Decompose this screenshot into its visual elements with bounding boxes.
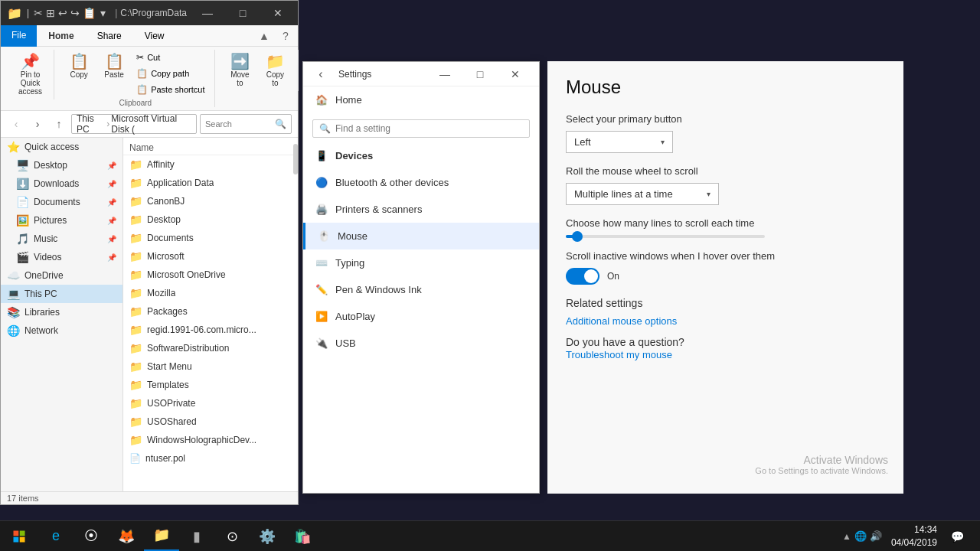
file-item-onedrive[interactable]: 📁 Microsoft OneDrive — [123, 266, 298, 284]
taskbar-edge-icon[interactable]: e — [38, 521, 74, 552]
cut-icon-small[interactable]: ✂ — [34, 7, 43, 19]
copy-icon-small[interactable]: ⊞ — [46, 7, 55, 19]
ribbon-collapse-btn[interactable]: ▲ — [255, 28, 273, 44]
search-icon: 🔍 — [275, 119, 286, 129]
cut-label: Cut — [147, 53, 160, 62]
folder-icon: 📁 — [7, 6, 22, 21]
settings-item-autoplay[interactable]: ▶️ AutoPlay — [303, 303, 539, 330]
settings-close-btn[interactable]: ✕ — [498, 62, 533, 86]
notification-button[interactable]: 💬 — [942, 521, 972, 552]
troubleshoot-link[interactable]: Troubleshoot my mouse — [566, 349, 672, 360]
svg-rect-3 — [20, 536, 25, 542]
paste-button[interactable]: 📋 Paste — [97, 50, 131, 97]
settings-label-usb: USB — [335, 337, 356, 349]
sidebar-item-documents[interactable]: 📄 Documents 📌 — [1, 193, 122, 211]
file-item-templates[interactable]: 📁 Templates — [123, 376, 298, 394]
slider-thumb[interactable] — [572, 231, 583, 242]
settings-search[interactable]: 🔍 — [312, 119, 530, 138]
settings-item-usb[interactable]: 🔌 USB — [303, 330, 539, 357]
volume-tray-icon[interactable]: 🔊 — [870, 530, 882, 542]
file-item-usoprivate[interactable]: 📁 USOPrivate — [123, 394, 298, 412]
settings-back-button[interactable]: ‹ — [309, 63, 332, 86]
taskbar-cortana-icon[interactable]: ⊙ — [214, 521, 250, 552]
slider-track[interactable] — [566, 235, 765, 238]
close-button[interactable]: ✕ — [260, 1, 296, 25]
file-item-affinity[interactable]: 📁 Affinity — [123, 155, 298, 174]
settings-minimize-btn[interactable]: — — [427, 62, 462, 86]
tab-view[interactable]: View — [133, 25, 176, 47]
taskbar-explorer-icon[interactable]: 📁 — [144, 521, 179, 552]
file-item-softwaredist[interactable]: 📁 SoftwareDistribution — [123, 339, 298, 357]
scrollbar[interactable] — [293, 144, 298, 174]
file-item-regid[interactable]: 📁 regid.1991-06.com.micro... — [123, 321, 298, 339]
sidebar-item-music[interactable]: 🎵 Music 📌 — [1, 230, 122, 248]
settings-search-input[interactable] — [335, 123, 523, 134]
properties-icon[interactable]: 📋 — [83, 7, 96, 19]
taskbar-app-icons: e ⦿ 🦊 📁 ▮ ⊙ ⚙️ 🛍️ — [38, 521, 320, 552]
tab-file[interactable]: File — [1, 25, 37, 47]
copy-button[interactable]: 📋 Copy — [62, 50, 96, 97]
file-item-appdata[interactable]: 📁 Application Data — [123, 174, 298, 192]
taskbar-settings-icon[interactable]: ⚙️ — [250, 521, 285, 552]
copy-path-button[interactable]: 📋 Copy path — [132, 66, 208, 81]
network-tray-icon[interactable]: 🌐 — [854, 530, 867, 542]
breadcrumb-bar[interactable]: This PC › Microsoft Virtual Disk ( — [71, 114, 197, 134]
inactive-scroll-toggle[interactable] — [566, 268, 599, 285]
settings-item-bluetooth[interactable]: 🔵 Bluetooth & other devices — [303, 169, 539, 196]
sidebar-item-network[interactable]: 🌐 Network — [1, 321, 122, 340]
move-to-button[interactable]: ➡️ Move to — [223, 50, 256, 91]
settings-home-item[interactable]: 🏠 Home — [303, 86, 539, 113]
search-box[interactable]: 🔍 — [200, 114, 292, 134]
file-item-usoshared[interactable]: 📁 USOShared — [123, 412, 298, 431]
file-item-packages[interactable]: 📁 Packages — [123, 302, 298, 321]
settings-item-mouse[interactable]: 🖱️ Mouse — [303, 223, 539, 249]
file-item-windowsholo[interactable]: 📁 WindowsHolographicDev... — [123, 431, 298, 449]
additional-mouse-options-link[interactable]: Additional mouse options — [566, 315, 885, 327]
settings-item-typing[interactable]: ⌨️ Typing — [303, 249, 539, 276]
taskbar-clock[interactable]: 14:34 04/04/2019 — [891, 523, 937, 549]
file-item-documents[interactable]: 📁 Documents — [123, 229, 298, 247]
cut-button[interactable]: ✂ Cut — [132, 50, 208, 65]
primary-button-dropdown[interactable]: Left ▾ — [566, 131, 673, 153]
taskbar-firefox-icon[interactable]: 🦊 — [109, 521, 144, 552]
file-item-startmenu[interactable]: 📁 Start Menu — [123, 357, 298, 376]
forward-button[interactable]: › — [28, 115, 47, 133]
dropdown-icon[interactable]: ▾ — [100, 7, 106, 19]
file-item-desktop[interactable]: 📁 Desktop — [123, 210, 298, 229]
up-button[interactable]: ↑ — [50, 115, 68, 133]
tab-home[interactable]: Home — [37, 25, 85, 47]
undo-icon[interactable]: ↩ — [58, 7, 67, 19]
maximize-button[interactable]: □ — [225, 1, 260, 25]
sidebar-item-quick-access[interactable]: ⭐ Quick access — [1, 138, 122, 156]
redo-icon[interactable]: ↪ — [70, 7, 80, 19]
system-tray-icons: ▲ 🌐 🔊 — [842, 530, 882, 542]
settings-item-printers[interactable]: 🖨️ Printers & scanners — [303, 196, 539, 223]
settings-maximize-btn[interactable]: □ — [462, 62, 498, 86]
minimize-button[interactable]: — — [190, 1, 225, 25]
tray-arrow-icon[interactable]: ▲ — [842, 531, 851, 542]
paste-shortcut-button[interactable]: 📋 Paste shortcut — [132, 82, 208, 97]
sidebar-item-downloads[interactable]: ⬇️ Downloads 📌 — [1, 174, 122, 193]
taskbar-store-icon[interactable]: 🛍️ — [285, 521, 320, 552]
file-item-mozilla[interactable]: 📁 Mozilla — [123, 284, 298, 302]
taskbar-chrome-icon[interactable]: ⦿ — [74, 521, 109, 552]
sidebar-item-pictures[interactable]: 🖼️ Pictures 📌 — [1, 211, 122, 230]
settings-item-pen[interactable]: ✏️ Pen & Windows Ink — [303, 276, 539, 303]
taskbar-terminal-icon[interactable]: ▮ — [179, 521, 214, 552]
pin-to-quick-access-button[interactable]: 📌 Pin to Quick access — [13, 50, 47, 99]
file-item-microsoft[interactable]: 📁 Microsoft — [123, 247, 298, 266]
sidebar-item-onedrive[interactable]: ☁️ OneDrive — [1, 266, 122, 285]
search-input[interactable] — [205, 119, 275, 129]
sidebar-item-videos[interactable]: 🎬 Videos 📌 — [1, 248, 122, 266]
copy-to-button[interactable]: 📁 Copyto — [258, 50, 292, 91]
file-item-ntuser[interactable]: 📄 ntuser.pol — [123, 449, 298, 468]
start-button[interactable] — [0, 521, 38, 552]
ribbon-help-btn[interactable]: ? — [276, 28, 295, 44]
sidebar-item-desktop[interactable]: 🖥️ Desktop 📌 — [1, 156, 122, 174]
sidebar-item-this-pc[interactable]: 💻 This PC — [1, 285, 122, 303]
scroll-dropdown[interactable]: Multiple lines at a time ▾ — [566, 183, 719, 205]
tab-share[interactable]: Share — [86, 25, 133, 47]
file-item-canonbj[interactable]: 📁 CanonBJ — [123, 192, 298, 210]
sidebar-item-libraries[interactable]: 📚 Libraries — [1, 303, 122, 321]
back-button[interactable]: ‹ — [7, 115, 25, 133]
